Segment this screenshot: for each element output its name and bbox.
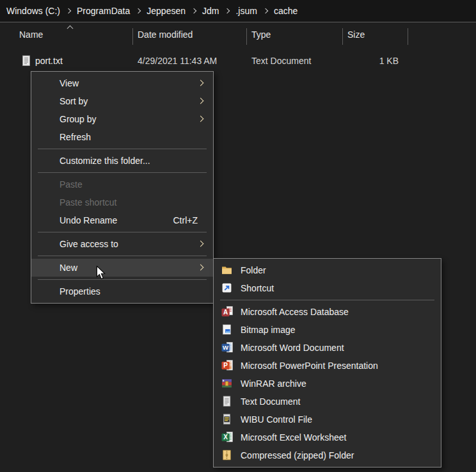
menu-item-label: Paste shortcut xyxy=(60,197,117,208)
access-icon: A xyxy=(221,306,234,317)
column-divider[interactable] xyxy=(132,28,133,45)
menu-separator xyxy=(38,256,207,256)
menu-separator xyxy=(38,149,207,149)
menu-separator xyxy=(220,300,434,300)
file-type: Text Document xyxy=(251,56,311,66)
menu-item-view[interactable]: View xyxy=(31,74,213,92)
submenu-item-word-document[interactable]: W Microsoft Word Document xyxy=(214,339,441,357)
menu-item-label: Group by xyxy=(60,114,97,124)
column-header-date-modified[interactable]: Date modified xyxy=(138,29,193,40)
submenu-item-label: Microsoft Excel Worksheet xyxy=(241,432,346,443)
column-divider[interactable] xyxy=(246,28,247,45)
menu-separator xyxy=(38,172,207,173)
submenu-item-excel-worksheet[interactable]: X Microsoft Excel Worksheet xyxy=(214,428,441,446)
column-divider[interactable] xyxy=(342,28,343,45)
word-icon: W xyxy=(221,342,234,353)
menu-item-properties[interactable]: Properties xyxy=(31,282,213,300)
submenu-item-label: Folder xyxy=(241,265,266,275)
menu-item-refresh[interactable]: Refresh xyxy=(31,128,213,146)
menu-item-paste: Paste xyxy=(31,175,213,193)
submenu-arrow-icon xyxy=(198,98,204,104)
new-submenu: Folder Shortcut A Microsoft Access Datab… xyxy=(213,258,441,468)
mouse-cursor xyxy=(96,266,106,282)
menu-item-new[interactable]: New xyxy=(31,259,213,277)
menu-separator xyxy=(38,232,207,232)
breadcrumb-chevron-icon xyxy=(66,8,71,13)
submenu-item-label: Microsoft PowerPoint Presentation xyxy=(241,361,378,371)
svg-text:A: A xyxy=(223,309,228,316)
column-header-name[interactable]: Name xyxy=(19,29,43,40)
submenu-item-label: Bitmap image xyxy=(241,325,296,335)
breadcrumb-chevron-icon xyxy=(263,8,268,13)
svg-text:P: P xyxy=(223,362,228,369)
submenu-arrow-icon xyxy=(198,241,204,247)
text-document-icon xyxy=(21,55,31,69)
breadcrumb-chevron-icon xyxy=(225,8,230,13)
submenu-item-access-database[interactable]: A Microsoft Access Database xyxy=(214,303,441,321)
file-size: 1 KB xyxy=(315,56,399,66)
submenu-item-compressed-zipped-folder[interactable]: Compressed (zipped) Folder xyxy=(214,446,441,464)
menu-item-customize-this-folder[interactable]: Customize this folder... xyxy=(31,152,213,170)
submenu-item-label: Compressed (zipped) Folder xyxy=(241,450,354,460)
submenu-item-label: Microsoft Access Database xyxy=(241,307,349,317)
file-date-modified: 4/29/2021 11:43 AM xyxy=(138,56,217,66)
menu-item-label: Undo Rename xyxy=(60,215,117,225)
file-row-port-txt[interactable]: port.txt 4/29/2021 11:43 AM Text Documen… xyxy=(10,53,466,70)
menu-item-sort-by[interactable]: Sort by xyxy=(31,92,213,110)
column-headers: Name Date modified Type Size xyxy=(0,24,476,45)
file-name: port.txt xyxy=(35,56,63,66)
menu-item-label: Paste xyxy=(60,179,83,190)
address-bar: Windows (C:) ProgramData Jeppesen Jdm .j… xyxy=(0,0,476,22)
menu-item-paste-shortcut: Paste shortcut xyxy=(31,193,213,211)
menu-item-label: Refresh xyxy=(60,132,91,142)
menu-item-label: Customize this folder... xyxy=(60,156,150,166)
menu-item-give-access-to[interactable]: Give access to xyxy=(31,235,213,253)
submenu-item-label: WinRAR archive xyxy=(241,378,306,389)
submenu-item-bitmap-image[interactable]: Bitmap image xyxy=(214,321,441,339)
submenu-item-shortcut[interactable]: Shortcut xyxy=(214,279,441,297)
svg-text:W: W xyxy=(223,344,228,351)
breadcrumb-chevron-icon xyxy=(136,8,141,13)
column-header-size[interactable]: Size xyxy=(347,29,365,40)
context-menu: View Sort by Group by Refresh Customize … xyxy=(31,71,214,304)
submenu-arrow-icon xyxy=(198,264,204,271)
breadcrumb-segment-programdata[interactable]: ProgramData xyxy=(77,6,130,16)
excel-icon: X xyxy=(221,432,234,443)
menu-item-group-by[interactable]: Group by xyxy=(31,110,213,128)
winrar-icon xyxy=(221,378,234,389)
breadcrumb-segment-jdm[interactable]: Jdm xyxy=(202,6,219,16)
submenu-item-label: WIBU Control File xyxy=(241,414,312,425)
submenu-arrow-icon xyxy=(198,80,204,86)
powerpoint-icon: P xyxy=(221,360,234,371)
submenu-item-winrar-archive[interactable]: WinRAR archive xyxy=(214,375,441,393)
shortcut-icon xyxy=(221,282,234,293)
sort-ascending-icon xyxy=(67,26,74,32)
breadcrumb-chevron-icon xyxy=(191,8,196,13)
bitmap-icon xyxy=(221,324,234,335)
svg-text:X: X xyxy=(223,434,228,441)
breadcrumb-segment-jeppesen[interactable]: Jeppesen xyxy=(147,6,186,16)
menu-item-label: Properties xyxy=(60,286,100,297)
breadcrumb-segment-jsum[interactable]: .jsum xyxy=(235,6,257,16)
folder-icon xyxy=(221,264,234,275)
submenu-item-powerpoint-presentation[interactable]: P Microsoft PowerPoint Presentation xyxy=(214,357,441,375)
submenu-arrow-icon xyxy=(198,116,204,122)
menu-item-label: New xyxy=(60,263,77,273)
menu-item-shortcut: Ctrl+Z xyxy=(173,211,198,229)
breadcrumb-segment-drive[interactable]: Windows (C:) xyxy=(6,6,60,16)
submenu-item-text-document[interactable]: Text Document xyxy=(214,393,441,411)
text-document-icon xyxy=(221,396,234,407)
column-header-type[interactable]: Type xyxy=(251,29,271,40)
submenu-item-label: Microsoft Word Document xyxy=(241,343,344,353)
submenu-item-wibu-control-file[interactable]: WIBU Control File xyxy=(214,411,441,428)
submenu-item-folder[interactable]: Folder xyxy=(214,261,441,279)
breadcrumb-segment-cache[interactable]: cache xyxy=(274,6,298,16)
zip-icon xyxy=(221,450,234,460)
menu-item-label: Give access to xyxy=(60,239,118,249)
column-divider[interactable] xyxy=(408,28,408,45)
submenu-item-label: Text Document xyxy=(241,396,300,407)
submenu-item-label: Shortcut xyxy=(241,283,274,293)
menu-item-undo-rename[interactable]: Undo Rename Ctrl+Z xyxy=(31,211,213,229)
menu-item-label: Sort by xyxy=(60,96,88,106)
menu-item-label: View xyxy=(60,78,79,88)
